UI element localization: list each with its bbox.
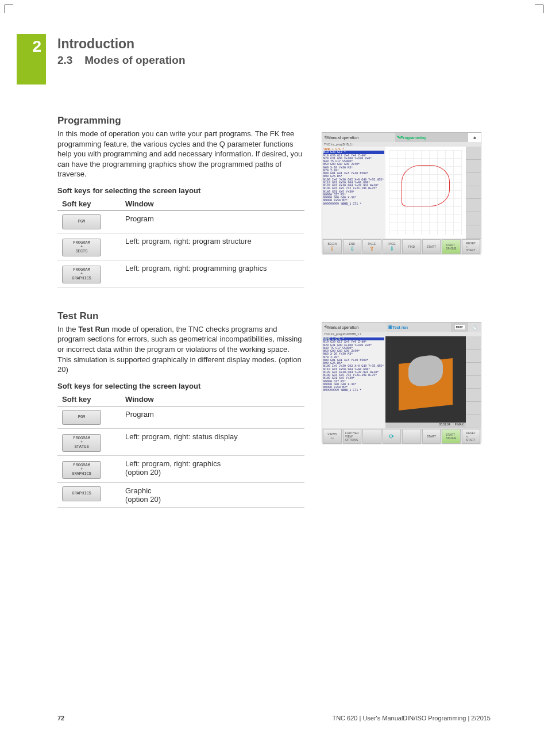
ss-btn-empty[interactable] xyxy=(402,429,421,444)
arrow-up-icon: ⇧ xyxy=(369,245,374,252)
softkey-program-graphics[interactable]: PROGRAM + GRAPHICS xyxy=(62,266,101,283)
clock-icon: 🕐 xyxy=(468,323,481,332)
ss-statusbar: 00:01:04 F MAX xyxy=(385,423,466,428)
ss-3d-panel[interactable]: 00:01:04 F MAX xyxy=(385,336,466,428)
cell-window: Left: program, right: graphics (option 2… xyxy=(121,455,304,482)
ss-btn-start[interactable]: START xyxy=(422,429,441,444)
render-3d xyxy=(390,341,461,424)
ss-btn-begin[interactable]: BEGIN⇩ xyxy=(323,239,342,254)
table-row: GRAPHICS Graphic (option 20) xyxy=(57,482,304,507)
ss-btn-start[interactable]: START xyxy=(422,239,441,254)
ss-sidebar xyxy=(466,336,481,428)
ss-btn-rotate[interactable]: ⟳ xyxy=(383,429,402,444)
section-number: 2.3 xyxy=(57,54,82,67)
ss-code-panel[interactable]: %BHB_1 G71 * N10 G30 G17 X+0 Y+0 Z-40* N… xyxy=(322,336,385,428)
softkey-pgm[interactable]: PGM xyxy=(62,410,101,425)
ss-btn-find[interactable]: FIND xyxy=(402,239,421,254)
softkey-program-sects[interactable]: PROGRAM + SECTS xyxy=(62,239,101,256)
screenshot-testrun: ⟲ Manual operation ▣ Test run DNC 🕐 TNC:… xyxy=(322,322,481,443)
ss-btn-start-single[interactable]: START SINGLE xyxy=(442,239,461,254)
ss-body: %BHB_1 G71 * N10 G30 G17 X+0 Y+0 Z-40* N… xyxy=(322,336,481,428)
ss-titlebar: ⟲ Manual operation ✎ Programming ✽ xyxy=(322,133,481,142)
paragraph-testrun: In the Test Run mode of operation, the T… xyxy=(57,324,304,375)
ss-titlebar: ⟲ Manual operation ▣ Test run DNC 🕐 xyxy=(322,323,481,332)
cell-window: Left: program, right: programming graphi… xyxy=(121,260,304,287)
screenshot-programming: ⟲ Manual operation ✎ Programming ✽ TNC:\… xyxy=(322,132,481,253)
ss-code-lines: N10 G30 G17 X+0 Y+0 Z-40* N20 G31 G90 X+… xyxy=(323,340,384,392)
ss-btn-views[interactable]: VIEWS▫▫ xyxy=(323,429,342,444)
ss-btn-empty[interactable] xyxy=(362,429,381,444)
table-row: PROGRAM + SECTS Left: program, right: pr… xyxy=(57,233,304,260)
softkey-program-graphics[interactable]: PROGRAM + GRAPHICS xyxy=(62,461,101,479)
cell-window: Left: program, right: status display xyxy=(121,428,304,455)
ss-btn-end[interactable]: END⇩ xyxy=(343,239,362,254)
th-softkey: Soft key xyxy=(57,393,121,406)
th-window: Window xyxy=(121,393,304,406)
ss-code-lines: N10 G30 G17 X+0 Y+0 Z-40* N20 G31 G90 X+… xyxy=(323,154,384,205)
ss-btn-reset-start[interactable]: RESET + START xyxy=(462,239,481,254)
table-row: PROGRAM + STATUS Left: program, right: s… xyxy=(57,428,304,455)
cell-window: Left: program, right: program structure xyxy=(121,233,304,260)
footer-reference: TNC 620 | User's ManualDIN/ISO Programmi… xyxy=(332,715,491,722)
ss-softkey-row: VIEWS▫▫ FURTHER VIEW OPTIONS ⟳ START STA… xyxy=(322,428,481,444)
th-window: Window xyxy=(121,197,304,211)
cell-window: Program xyxy=(121,210,304,233)
heading-programming: Programming xyxy=(57,115,485,126)
table-row: PGM Program xyxy=(57,406,304,428)
page-footer: 72 TNC 620 | User's ManualDIN/ISO Progra… xyxy=(57,715,491,722)
arrow-down-icon: ⇩ xyxy=(330,245,334,252)
rotate-icon: ⟳ xyxy=(389,433,394,440)
ss-tab-programming[interactable]: ✎ Programming xyxy=(395,133,468,142)
ss-sidebar xyxy=(466,147,481,239)
page-number: 72 xyxy=(57,715,64,722)
ss-tab-manual[interactable]: ⟲ Manual operation xyxy=(322,133,395,142)
cell-window: Graphic (option 20) xyxy=(121,482,304,507)
paragraph-programming: In this mode of operation you can write … xyxy=(57,129,304,179)
softkey-table-prog: Soft key Window PGM Program PROGRAM + SE… xyxy=(57,197,304,287)
section-title: Modes of operation xyxy=(84,54,185,66)
table-row: PROGRAM + GRAPHICS Left: program, right:… xyxy=(57,260,304,287)
ss-btn-view-options[interactable]: FURTHER VIEW OPTIONS xyxy=(343,429,362,444)
arrow-down-icon: ⇩ xyxy=(389,245,394,252)
chapter-title: Introduction xyxy=(57,36,186,52)
chapter-number: 2 xyxy=(32,37,41,56)
ss-btn-page-down[interactable]: PAGE⇩ xyxy=(383,239,402,254)
dnc-badge: DNC xyxy=(451,323,468,332)
ss-path: TNC:\nc_prog\PGM\BHB_1.I xyxy=(322,332,481,336)
arrow-down-icon: ⇩ xyxy=(350,245,354,252)
cell-window: Program xyxy=(121,406,304,428)
brand-logo-icon: ✽ xyxy=(468,133,481,142)
softkey-program-status[interactable]: PROGRAM + STATUS xyxy=(62,434,101,452)
ss-graphic-panel[interactable] xyxy=(385,147,466,239)
heading-testrun: Test Run xyxy=(57,310,485,322)
ss-btn-reset-start[interactable]: RESET + START xyxy=(462,429,481,444)
softkey-graphics[interactable]: GRAPHICS xyxy=(62,486,101,501)
crop-mark-tr xyxy=(535,5,543,13)
ss-code-panel[interactable]: %BHB_1 G71 * N10 G30 G17 * N10 G30 G17 X… xyxy=(322,147,385,239)
ss-softkey-row: BEGIN⇩ END⇩ PAGE⇧ PAGE⇩ FIND START START… xyxy=(322,239,481,255)
ss-path: TNC:\nc_prog\BHB_1.i xyxy=(322,142,481,147)
ss-btn-page-up[interactable]: PAGE⇧ xyxy=(362,239,381,254)
ss-btn-start-single[interactable]: START SINGLE xyxy=(442,429,461,444)
th-softkey: Soft key xyxy=(57,197,121,211)
ss-tab-manual[interactable]: ⟲ Manual operation xyxy=(322,323,387,332)
section-line: 2.3 Modes of operation xyxy=(57,54,186,67)
ss-body: %BHB_1 G71 * N10 G30 G17 * N10 G30 G17 X… xyxy=(322,147,481,239)
softkey-table-test: Soft key Window PGM Program PROGRAM + ST… xyxy=(57,393,304,508)
table-row: PROGRAM + GRAPHICS Left: program, right:… xyxy=(57,455,304,482)
chapter-badge: 2 xyxy=(17,34,46,85)
toolpath-shape xyxy=(402,165,450,206)
crop-mark-tl xyxy=(5,5,13,13)
ss-tab-testrun[interactable]: ▣ Test run xyxy=(387,323,451,332)
softkey-pgm[interactable]: PGM xyxy=(62,214,101,229)
table-row: PGM Program xyxy=(57,210,304,233)
page-header: Introduction 2.3 Modes of operation xyxy=(57,36,186,67)
